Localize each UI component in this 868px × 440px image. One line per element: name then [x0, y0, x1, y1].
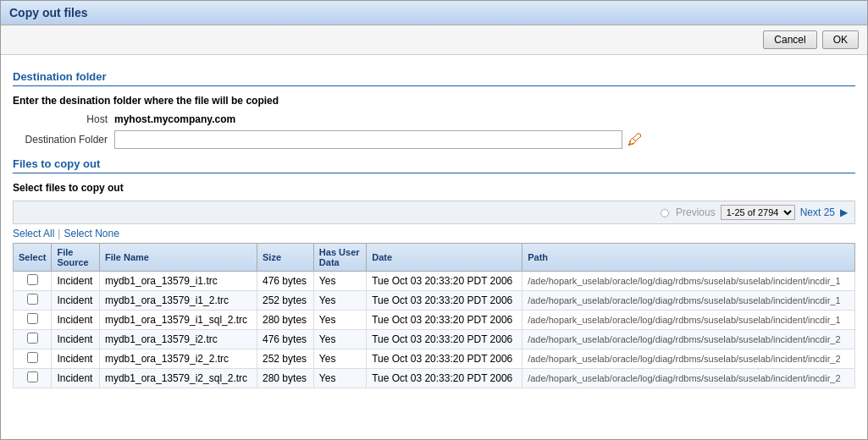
table-row: Incident mydb1_ora_13579_i2_sql_2.trc 28…	[14, 369, 855, 388]
row-path: /ade/hopark_uselab/oracle/log/diag/rdbms…	[522, 311, 855, 330]
row-checkbox-cell	[14, 369, 52, 388]
row-checkbox[interactable]	[27, 352, 38, 363]
row-date: Tue Oct 03 20:33:20 PDT 2006	[367, 272, 522, 291]
prev-label: Previous	[676, 206, 716, 218]
row-source: Incident	[52, 369, 100, 388]
col-select: Select	[14, 244, 52, 272]
row-has-user-data: Yes	[313, 369, 366, 388]
row-has-user-data: Yes	[313, 272, 366, 291]
pagination-bar: Previous 1-25 of 2794 Next 25 ▶	[13, 201, 855, 224]
row-size: 280 bytes	[257, 369, 314, 388]
row-size: 280 bytes	[257, 311, 314, 330]
row-checkbox-cell	[14, 330, 52, 349]
row-path: /ade/hopark_uselab/oracle/log/diag/rdbms…	[522, 349, 855, 369]
col-date: Date	[367, 244, 522, 272]
row-date: Tue Oct 03 20:33:20 PDT 2006	[367, 369, 522, 388]
destination-folder-row: Destination Folder 🖊	[13, 130, 855, 149]
dialog-body: Destination folder Enter the desination …	[1, 55, 867, 397]
row-checkbox-cell	[14, 349, 52, 369]
files-subtitle: Select files to copy out	[13, 182, 855, 194]
row-filename: mydb1_ora_13579_i1_2.trc	[99, 291, 257, 311]
next-25-link[interactable]: Next 25	[800, 206, 835, 218]
col-file-name: File Name	[99, 244, 257, 272]
col-file-source: FileSource	[52, 244, 100, 272]
row-has-user-data: Yes	[313, 349, 366, 369]
table-row: Incident mydb1_ora_13579_i1.trc 476 byte…	[14, 272, 855, 291]
top-buttons-bar: Cancel OK	[1, 25, 867, 55]
pagination-range-select[interactable]: 1-25 of 2794	[721, 205, 795, 220]
row-checkbox-cell	[14, 291, 52, 311]
files-table-header: Select FileSource File Name Size Has Use…	[14, 244, 855, 272]
prev-radio	[661, 206, 671, 218]
next-arrow-icon: ▶	[840, 206, 848, 218]
files-table-body: Incident mydb1_ora_13579_i1.trc 476 byte…	[14, 272, 855, 388]
row-has-user-data: Yes	[313, 330, 366, 349]
row-size: 476 bytes	[257, 272, 314, 291]
select-none-link[interactable]: Select None	[64, 228, 119, 239]
row-date: Tue Oct 03 20:33:20 PDT 2006	[367, 349, 522, 369]
table-row: Incident mydb1_ora_13579_i1_sql_2.trc 28…	[14, 311, 855, 330]
row-source: Incident	[52, 272, 100, 291]
row-source: Incident	[52, 291, 100, 311]
row-source: Incident	[52, 311, 100, 330]
cancel-button[interactable]: Cancel	[763, 30, 816, 49]
row-filename: mydb1_ora_13579_i1_sql_2.trc	[99, 311, 257, 330]
destination-folder-input[interactable]	[114, 130, 622, 149]
row-checkbox[interactable]	[27, 371, 38, 382]
browse-icon[interactable]: 🖊	[628, 131, 643, 149]
row-path: /ade/hopark_uselab/oracle/log/diag/rdbms…	[522, 291, 855, 311]
prev-radio-circle	[661, 209, 669, 217]
row-source: Incident	[52, 349, 100, 369]
select-links: Select All | Select None	[13, 228, 855, 239]
row-date: Tue Oct 03 20:33:20 PDT 2006	[367, 330, 522, 349]
files-table: Select FileSource File Name Size Has Use…	[13, 243, 855, 388]
table-row: Incident mydb1_ora_13579_i2_2.trc 252 by…	[14, 349, 855, 369]
host-label: Host	[13, 113, 114, 125]
row-checkbox-cell	[14, 311, 52, 330]
row-checkbox[interactable]	[27, 274, 38, 285]
row-filename: mydb1_ora_13579_i1.trc	[99, 272, 257, 291]
row-path: /ade/hopark_uselab/oracle/log/diag/rdbms…	[522, 272, 855, 291]
col-has-user-data: Has UserData	[313, 244, 366, 272]
select-all-link[interactable]: Select All	[13, 228, 54, 239]
table-row: Incident mydb1_ora_13579_i1_2.trc 252 by…	[14, 291, 855, 311]
row-date: Tue Oct 03 20:33:20 PDT 2006	[367, 291, 522, 311]
col-path: Path	[522, 244, 855, 272]
host-row: Host myhost.mycompany.com	[13, 113, 855, 125]
files-section-title: Files to copy out	[13, 157, 855, 173]
row-checkbox[interactable]	[27, 313, 38, 324]
destination-section-title: Destination folder	[13, 70, 855, 86]
row-checkbox-cell	[14, 272, 52, 291]
row-date: Tue Oct 03 20:33:20 PDT 2006	[367, 311, 522, 330]
select-links-divider: |	[58, 228, 60, 239]
row-has-user-data: Yes	[313, 291, 366, 311]
row-source: Incident	[52, 330, 100, 349]
row-filename: mydb1_ora_13579_i2.trc	[99, 330, 257, 349]
destination-folder-label: Destination Folder	[13, 134, 114, 146]
row-checkbox[interactable]	[27, 333, 38, 344]
dialog-title: Copy out files	[1, 1, 867, 25]
row-filename: mydb1_ora_13579_i2_sql_2.trc	[99, 369, 257, 388]
host-value: myhost.mycompany.com	[114, 113, 235, 125]
row-path: /ade/hopark_uselab/oracle/log/diag/rdbms…	[522, 369, 855, 388]
row-size: 252 bytes	[257, 349, 314, 369]
table-row: Incident mydb1_ora_13579_i2.trc 476 byte…	[14, 330, 855, 349]
col-size: Size	[257, 244, 314, 272]
row-size: 476 bytes	[257, 330, 314, 349]
ok-button[interactable]: OK	[822, 30, 859, 49]
destination-description: Enter the desination folder where the fi…	[13, 95, 855, 107]
row-filename: mydb1_ora_13579_i2_2.trc	[99, 349, 257, 369]
copy-out-files-dialog: Copy out files Cancel OK Destination fol…	[0, 0, 868, 440]
files-section: Files to copy out Select files to copy o…	[13, 157, 855, 388]
row-has-user-data: Yes	[313, 311, 366, 330]
row-path: /ade/hopark_uselab/oracle/log/diag/rdbms…	[522, 330, 855, 349]
destination-input-row: 🖊	[114, 130, 643, 149]
row-size: 252 bytes	[257, 291, 314, 311]
row-checkbox[interactable]	[27, 294, 38, 305]
